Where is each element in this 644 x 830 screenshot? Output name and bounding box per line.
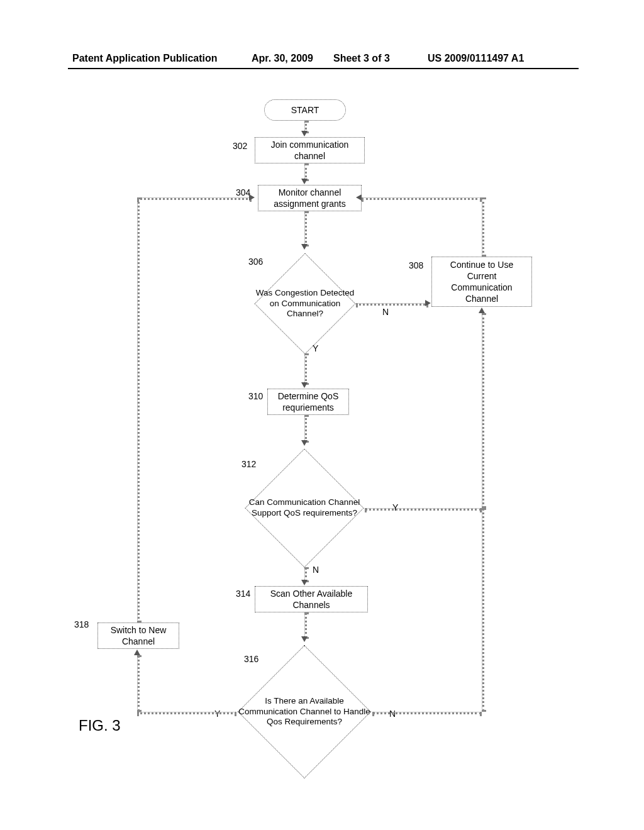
arrowhead-right-icon — [425, 300, 431, 306]
box-switch-channel: Switch to New Channel — [97, 622, 179, 649]
connector — [304, 415, 307, 443]
connector — [356, 303, 428, 306]
label-306-yes: Y — [313, 343, 318, 353]
arrowhead-down-icon — [301, 244, 308, 250]
diamond-306-text: Was Congestion Detected on Communication… — [252, 288, 358, 320]
arrowhead-down-icon — [301, 179, 308, 184]
header-rule — [68, 68, 579, 69]
arrowhead-up-icon — [479, 307, 485, 313]
arrowhead-left-icon — [356, 194, 362, 201]
header-publication: Patent Application Publication — [72, 53, 218, 64]
connector — [365, 508, 482, 511]
ref-318: 318 — [74, 619, 89, 629]
header-date: Apr. 30, 2009 — [252, 53, 313, 64]
box-308-text: Continue to Use Current Communication Ch… — [437, 259, 526, 305]
terminator-start: START — [264, 99, 346, 121]
header-sheet: Sheet 3 of 3 — [333, 53, 390, 64]
ref-304: 304 — [236, 187, 250, 197]
ref-302: 302 — [233, 141, 247, 151]
connector — [137, 712, 236, 714]
box-310-text: Determine QoS requriements — [273, 390, 343, 413]
arrowhead-up-icon — [134, 650, 140, 655]
box-monitor-grants: Monitor channel assignment grants — [258, 185, 362, 211]
arrowhead-down-icon — [301, 131, 308, 136]
box-304-text: Monitor channel assignment grants — [264, 187, 356, 209]
figure-label: FIG. 3 — [79, 717, 121, 734]
box-scan-channels: Scan Other Available Channels — [255, 586, 368, 612]
connector — [304, 612, 307, 639]
label-312-no: N — [313, 565, 319, 575]
diamond-available-channel: Is There an Available Communication Chan… — [234, 641, 375, 782]
connector — [482, 508, 484, 712]
diamond-congestion: Was Congestion Detected on Communication… — [252, 250, 358, 357]
connector — [304, 353, 307, 385]
header-pubnum: US 2009/0111497 A1 — [428, 53, 524, 64]
connector — [482, 197, 484, 257]
arrowhead-down-icon — [301, 382, 308, 388]
diamond-316-text: Is There an Available Communication Chan… — [237, 696, 372, 728]
arrowhead-down-icon — [301, 580, 308, 585]
arrowhead-right-icon — [249, 194, 255, 201]
start-label: START — [291, 105, 319, 115]
connector — [372, 712, 482, 714]
connector — [362, 197, 482, 200]
label-306-no: N — [382, 307, 389, 317]
connector — [137, 197, 140, 622]
diamond-312-text: Can Communication Channel Support QoS re… — [242, 497, 367, 519]
box-302-text: Join communication channel — [260, 139, 359, 162]
box-318-text: Switch to New Channel — [103, 624, 174, 647]
box-314-text: Scan Other Available Channels — [260, 588, 362, 611]
ref-308: 308 — [409, 260, 423, 270]
connector — [137, 655, 140, 712]
ref-314: 314 — [236, 589, 250, 599]
box-continue-current: Continue to Use Current Communication Ch… — [431, 257, 532, 307]
box-determine-qos: Determine QoS requriements — [267, 389, 349, 415]
connector — [137, 197, 252, 200]
connector — [482, 313, 484, 508]
label-312-yes: Y — [392, 502, 398, 512]
connector — [304, 211, 307, 246]
diamond-qos-support: Can Communication Channel Support QoS re… — [242, 445, 367, 571]
box-join-channel: Join communication channel — [255, 137, 365, 163]
ref-310: 310 — [248, 391, 263, 401]
